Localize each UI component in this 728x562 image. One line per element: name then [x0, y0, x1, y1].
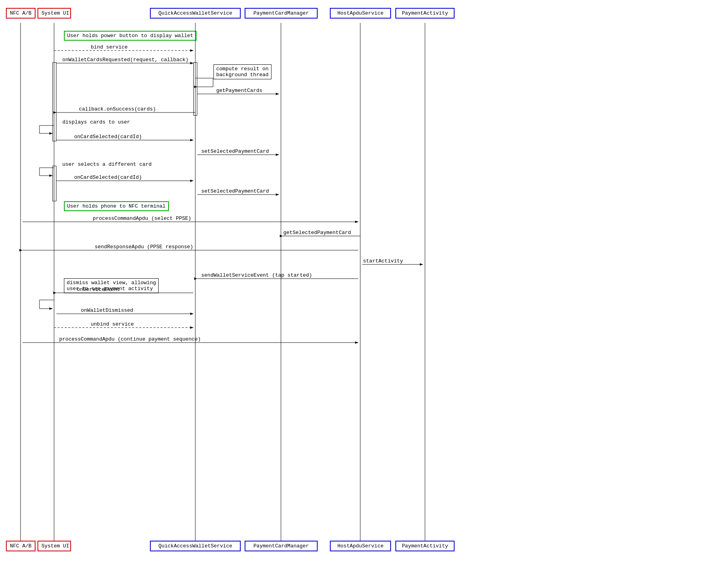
label-getselected: getSelectedPaymentCard: [283, 230, 351, 236]
label-user-selects-diff: user selects a different card: [62, 161, 152, 167]
actor-paymentactivity-bot: PaymentActivity: [395, 541, 455, 551]
label-onwallet: onWalletCardsRequested(request, callback…: [62, 57, 189, 63]
actor-nfc-bot: NFC A/B: [6, 541, 36, 551]
actor-systemui-bot: System UI: [37, 541, 71, 551]
label-startactivity: startActivity: [363, 258, 403, 264]
note-power-button: User holds power button to display walle…: [64, 31, 197, 41]
activation-systemui-1: [52, 62, 56, 141]
label-processcommand-ppse: processCommandApdu (select PPSE): [93, 215, 191, 221]
label-getpaymentcards: getPaymentCards: [216, 88, 262, 94]
note-compute: compute result onbackground thread: [213, 64, 271, 79]
label-callback-success: callback.onSuccess(cards): [79, 106, 156, 112]
label-sendwallet-event: sendWalletServiceEvent (tap started): [201, 272, 312, 278]
label-unbind-service: unbind service: [91, 321, 134, 327]
note-nfc-terminal: User holds phone to NFC terminal: [64, 201, 169, 211]
label-setselected-2: setSelectedPaymentCard: [201, 188, 269, 194]
actor-paymentcard-top: PaymentCardManager: [245, 8, 318, 19]
label-processcommand-continue: processCommandApdu (continue payment seq…: [59, 336, 201, 342]
label-onservice-event: onServiceEvent: [77, 287, 120, 292]
label-oncardselected-2: onCardSelected(cardId): [74, 174, 142, 180]
label-bind-service: bind service: [91, 44, 128, 50]
label-oncardselected-1: onCardSelected(cardId): [74, 134, 142, 140]
label-setselected-1: setSelectedPaymentCard: [201, 148, 269, 154]
actor-hostapdu-top: HostApduService: [330, 8, 391, 19]
label-displays-cards: displays cards to user: [62, 119, 130, 125]
actor-quickaccess-bot: QuickAccessWalletService: [150, 541, 241, 551]
actor-systemui-top: System UI: [37, 8, 71, 19]
activation-quickaccess-1: [193, 62, 197, 116]
label-onwalletdismissed: onWalletDismissed: [81, 307, 133, 313]
actor-nfc-top: NFC A/B: [6, 8, 36, 19]
label-sendresponse: sendResponseApdu (PPSE response): [95, 244, 193, 250]
actor-quickaccess-top: QuickAccessWalletService: [150, 8, 241, 19]
sequence-diagram: NFC A/B System UI QuickAccessWalletServi…: [0, 0, 728, 562]
actor-paymentcard-bot: PaymentCardManager: [245, 541, 318, 551]
actor-hostapdu-bot: HostApduService: [330, 541, 391, 551]
actor-paymentactivity-top: PaymentActivity: [395, 8, 455, 19]
activation-systemui-2: [52, 166, 56, 201]
